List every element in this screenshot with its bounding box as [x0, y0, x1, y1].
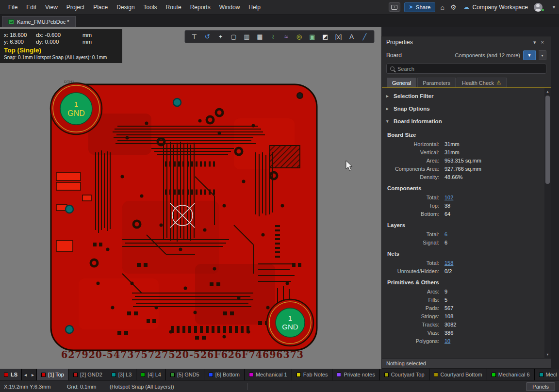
hud-x-row: x: 18.600 dx: -0.600 mm [4, 32, 118, 38]
layer-set-selector[interactable]: LS [0, 369, 22, 380]
layer-tab-mechanical-partial[interactable]: Mecl [535, 369, 559, 380]
account-chevron-down-icon[interactable]: ▾ [553, 4, 555, 10]
panels-button[interactable]: Panels [526, 382, 555, 391]
layer-tab-fab-notes[interactable]: Fab Notes [292, 369, 333, 380]
info-value-link[interactable]: 158 [444, 260, 453, 266]
menu-place[interactable]: Place [89, 0, 112, 15]
info-row: Pads:567 [382, 304, 551, 312]
section-board-information[interactable]: ▾ Board Information [382, 115, 551, 128]
layer-tab-private-notes[interactable]: Private notes [332, 369, 379, 380]
panel-close-icon[interactable]: × [539, 39, 546, 45]
settings-gear-icon[interactable]: ⚙ [449, 3, 458, 11]
panel-scrollbar[interactable]: ▴ ▾ [544, 88, 551, 358]
info-value-link[interactable]: 10 [444, 338, 450, 344]
active-bar-toolbar: ⊤ ↺ + ▢ ▥ ▦ ≀ ≈ ◎ ▣ ◩ [x] A ╱ [185, 30, 375, 43]
tab-health-check[interactable]: Health Check⚠ [457, 78, 507, 87]
layer-toggle-button[interactable]: ◩ [319, 31, 332, 42]
layer-tab-bottom[interactable]: [6] Bottom [204, 369, 245, 380]
layer-tab-courtyard-bottom[interactable]: Courtyard Bottom [429, 369, 487, 380]
menu-file[interactable]: File [4, 0, 22, 15]
field-string-button[interactable]: [x] [332, 31, 345, 42]
layer-tab-gnd2[interactable]: [2] GND2 [69, 369, 107, 380]
measure-button[interactable]: ≈ [280, 31, 293, 42]
text-tool-button[interactable]: A [345, 31, 358, 42]
layer-tab-label: [2] GND2 [80, 372, 102, 377]
layer-tab-label: Mechanical 6 [498, 372, 530, 377]
share-button[interactable]: ➤ Share [404, 2, 436, 12]
layer-set-label: LS [11, 372, 17, 377]
line-tool-button[interactable]: ╱ [359, 31, 371, 42]
layer-prev-icon[interactable]: ◂ [22, 372, 29, 377]
tab-parameters[interactable]: Parameters [417, 78, 456, 87]
layer-tab-top[interactable]: [1] Top [37, 369, 69, 380]
drill-guide-icon: ◎ [296, 33, 302, 40]
layer-tab-label: Courtyard Bottom [441, 372, 482, 377]
menu-tools[interactable]: Tools [139, 0, 162, 15]
layer-tab-l3[interactable]: [3] L3 [107, 369, 137, 380]
layer-tab-courtyard-top[interactable]: Courtyard Top [380, 369, 429, 380]
layer-tab-gnd5[interactable]: [5] GND5 [166, 369, 204, 380]
layer-color-swatch [249, 373, 253, 377]
pcb-board[interactable]: DTH1 [49, 80, 319, 365]
group-board-size: Board Size Horizontal:31mm Vertical:31mm… [382, 128, 551, 181]
board-insight-button[interactable]: ▥ [241, 31, 253, 42]
menu-route[interactable]: Route [162, 0, 186, 15]
section-selection-filter[interactable]: ▸ Selection Filter [382, 90, 551, 102]
board-insight-icon: ▥ [244, 33, 249, 40]
scope-filter-dropdown[interactable]: ▾ [539, 50, 546, 60]
layer-tab-label: Private notes [344, 372, 375, 377]
info-label: Pads: [382, 305, 439, 311]
scroll-down-icon[interactable]: ▾ [544, 351, 551, 358]
lasso-select-button[interactable]: ↺ [201, 31, 214, 42]
comments-button[interactable]: + [389, 2, 400, 12]
layer-tab-mechanical-1[interactable]: Mechanical 1 [245, 369, 292, 380]
menu-help[interactable]: Help [244, 0, 265, 15]
search-input[interactable] [397, 66, 543, 72]
area-select-button[interactable]: ▢ [228, 31, 240, 42]
properties-tabs: General Parameters Health Check⚠ [382, 77, 551, 88]
menu-window[interactable]: Window [215, 0, 245, 15]
panel-menu-icon[interactable]: ▾ [531, 39, 539, 46]
menu-reports[interactable]: Reports [186, 0, 215, 15]
group-title: Primitives & Others [382, 275, 551, 287]
gnd-pad-bottom-right[interactable]: 1 GND [267, 299, 313, 346]
scrollbar-thumb[interactable] [545, 96, 550, 184]
info-value: 0/2 [444, 268, 452, 274]
info-value-link[interactable]: 6 [444, 231, 447, 237]
scroll-up-icon[interactable]: ▴ [544, 88, 551, 95]
selection-status: Nothing selected [382, 358, 551, 368]
document-tab[interactable]: Kame_FMU.PcbDoc * [2, 16, 76, 27]
text-tool-icon: A [349, 33, 354, 40]
image-button[interactable]: ▣ [306, 31, 319, 42]
gnd-pad-top-left[interactable]: 1 GND [50, 83, 102, 134]
collapse-arrow-icon: ▸ [386, 106, 390, 111]
interactive-routing-button[interactable]: ≀ [267, 31, 280, 42]
grid-icon: ▦ [257, 33, 263, 40]
layer-tab-label: [4] L4 [148, 372, 161, 377]
section-snap-options[interactable]: ▸ Snap Options [382, 102, 551, 115]
layer-next-icon[interactable]: ▸ [29, 372, 36, 377]
menu-design[interactable]: Design [112, 0, 139, 15]
scope-filter-button[interactable]: ▼ [523, 50, 536, 60]
document-tabbar: Kame_FMU.PcbDoc * [0, 15, 559, 27]
pad-number: 1 [288, 314, 292, 322]
info-row: Tracks:3082 [382, 320, 551, 328]
home-icon[interactable]: ⌂ [439, 3, 445, 11]
move-cursor-button[interactable]: + [214, 31, 227, 42]
layer-tab-mechanical-6[interactable]: Mechanical 6 [487, 369, 535, 380]
layer-tab-label: [1] Top [48, 372, 64, 377]
grid-button[interactable]: ▦ [254, 31, 266, 42]
info-label: Area: [382, 158, 439, 163]
info-value: 48.66% [444, 174, 462, 180]
info-value: 31mm [444, 141, 460, 147]
menu-edit[interactable]: Edit [22, 0, 41, 15]
filter-button[interactable]: ⊤ [188, 31, 201, 42]
info-value-link[interactable]: 102 [444, 195, 453, 200]
workspace-button[interactable]: ☁ Company Workspace [461, 3, 530, 11]
layer-tab-l4[interactable]: [4] L4 [136, 369, 166, 380]
menu-view[interactable]: View [41, 0, 62, 15]
measure-icon: ≈ [284, 33, 288, 40]
menu-project[interactable]: Project [62, 0, 89, 15]
drill-guide-button[interactable]: ◎ [293, 31, 306, 42]
tab-general[interactable]: General [387, 78, 416, 87]
